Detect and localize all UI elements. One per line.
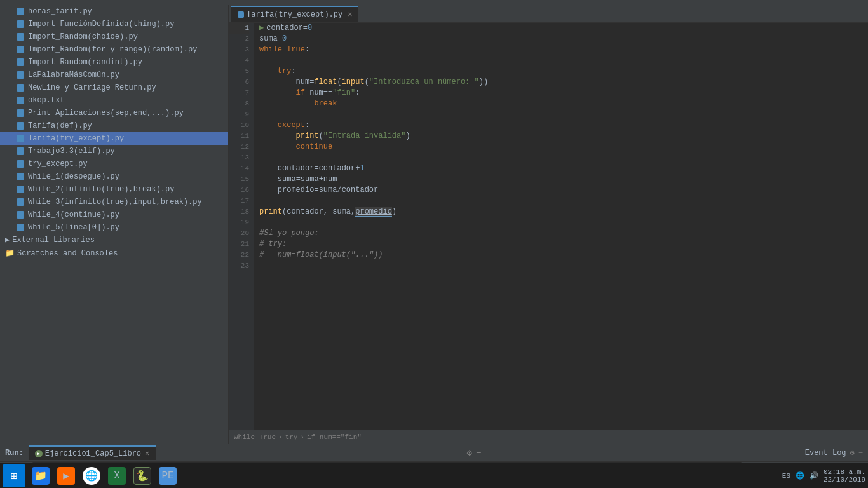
run-tab-item[interactable]: ▶ Ejercicio1_Cap5_Libro ✕ (29, 445, 156, 460)
code-line: try: (259, 66, 863, 77)
excel-icon: X (108, 467, 126, 485)
filename: try_except.py (28, 159, 88, 168)
taskbar-time: 02:18 a.m. 22/10/2019 (824, 468, 865, 484)
sidebar-file-item[interactable]: Import_Random(randint).py (0, 56, 228, 69)
sidebar-file-item[interactable]: While_4(continue).py (0, 208, 228, 221)
line-number: 16 (229, 185, 249, 196)
py-icon (15, 6, 25, 17)
sidebar-file-item[interactable]: Import_Random(choice).py (0, 30, 228, 43)
taskbar-pe[interactable]: PE (156, 464, 179, 487)
line-number: 3 (229, 44, 249, 55)
sidebar-file-item[interactable]: While_3(infinito(true),input,break).py (0, 196, 228, 208)
taskbar-chrome[interactable]: 🌐 (80, 464, 103, 487)
line-number: 6 (229, 77, 249, 88)
sidebar-external-libraries[interactable]: ▶ External Libraries (0, 234, 228, 246)
py-file-icon (238, 11, 244, 18)
py-icon (15, 57, 25, 67)
media-icon: ▶ (57, 467, 75, 485)
sidebar-file-item[interactable]: While_1(despegue).py (0, 170, 228, 183)
filename: While_5(linea[0]).py (28, 223, 119, 232)
filename: LaPalabraMásComún.py (28, 71, 119, 79)
code-line: # num=float(input("...")) (259, 250, 863, 261)
code-line (259, 109, 863, 120)
line-number: 11 (229, 131, 249, 142)
filename: While_1(despegue).py (28, 172, 119, 181)
code-line: contador=contador+1 (259, 163, 863, 174)
run-tab-icon: ▶ (35, 450, 43, 458)
filename: horas_tarif.py (28, 7, 92, 16)
sidebar-file-item[interactable]: Tarifa(def).py (0, 119, 228, 132)
filename: Print_Aplicaciones(sep,end,...).py (28, 109, 184, 118)
py-icon (15, 172, 25, 182)
start-button[interactable]: ⊞ (3, 464, 25, 487)
editor-area: Tarifa(try_except).py ✕ 1234567891011121… (229, 5, 868, 444)
line-number: 22 (229, 250, 249, 261)
line-number: 5 (229, 66, 249, 77)
code-line: print("Entrada invalida") (259, 131, 863, 142)
line-number: 10 (229, 120, 249, 131)
filename: okop.txt (28, 96, 65, 105)
sidebar-file-item[interactable]: horas_tarif.py (0, 5, 228, 18)
code-line: # try: (259, 239, 863, 250)
settings-icon[interactable]: ⚙ (467, 447, 472, 458)
close-tab-icon[interactable]: ✕ (348, 10, 352, 19)
sidebar-file-item[interactable]: LaPalabraMásComún.py (0, 69, 228, 81)
sidebar-item-label: External Libraries (12, 236, 95, 245)
filename: Import_Random(choice).py (28, 32, 138, 41)
code-line (259, 261, 863, 271)
sidebar-file-item[interactable]: While_5(linea[0]).py (0, 221, 228, 234)
taskbar-media[interactable]: ▶ (55, 464, 78, 487)
filename: Import_Random(randint).py (28, 58, 142, 67)
sidebar-file-item[interactable]: Print_Aplicaciones(sep,end,...).py (0, 107, 228, 119)
sidebar-file-item[interactable]: Import_Random(for y range)(random).py (0, 43, 228, 56)
sidebar-file-item[interactable]: try_except.py (0, 158, 228, 170)
editor-content[interactable]: ▶contador=0suma=0while True: try: num=fl… (254, 23, 868, 430)
taskbar-right: ES 🌐 🔊 02:18 a.m. 22/10/2019 (782, 468, 865, 484)
sidebar-file-item[interactable]: okop.txt (0, 94, 228, 107)
line-numbers: 1234567891011121314151617181920212223 (229, 23, 254, 430)
run-panel-actions: ⚙ − (467, 447, 482, 458)
run-tab-filename: Ejercicio1_Cap5_Libro (45, 449, 141, 458)
py-icon (15, 197, 25, 207)
taskbar-explorer[interactable]: 📁 (29, 464, 52, 487)
py-icon (15, 95, 25, 105)
sidebar-scratches-consoles[interactable]: 📁 Scratches and Consoles (0, 246, 228, 261)
editor-tab-label: Tarifa(try_except).py (247, 10, 342, 19)
line-number: 17 (229, 196, 249, 207)
code-line: suma=0 (259, 34, 863, 44)
taskbar-pycharm[interactable]: 🐍 (131, 464, 154, 487)
sidebar-file-item[interactable]: NewLine y Carriage Return.py (0, 81, 228, 94)
sidebar-file-item[interactable]: Trabajo3.3(elif).py (0, 145, 228, 158)
sidebar-file-item[interactable]: Import_FunciónDefinida(thing).py (0, 18, 228, 30)
execution-arrow: ▶ (259, 24, 264, 32)
sidebar-file-list: horas_tarif.pyImport_FunciónDefinida(thi… (0, 5, 228, 234)
close-run-tab-icon[interactable]: ✕ (145, 449, 149, 458)
run-panel-top: Run: ▶ Ejercicio1_Cap5_Libro ✕ ⚙ − Event… (0, 444, 868, 462)
sidebar-file-item[interactable]: Tarifa(try_except).py (0, 132, 228, 145)
event-log-minimize-icon[interactable]: − (858, 449, 863, 458)
minimize-icon[interactable]: − (476, 448, 481, 458)
breadcrumb-part2: try (285, 433, 298, 441)
filename: Import_FunciónDefinida(thing).py (28, 20, 174, 29)
editor-tab-active[interactable]: Tarifa(try_except).py ✕ (231, 6, 358, 22)
top-bar (0, 0, 868, 5)
chrome-icon: 🌐 (83, 467, 100, 485)
py-icon (15, 146, 25, 156)
line-number: 13 (229, 152, 249, 163)
line-number: 20 (229, 228, 249, 239)
network-icon: 🌐 (796, 471, 804, 480)
pycharm-icon: 🐍 (133, 467, 151, 485)
code-line (259, 196, 863, 207)
code-line: print(contador, suma,promedio) (259, 207, 863, 217)
py-icon (15, 210, 25, 220)
sidebar-file-item[interactable]: While_2(infinito(true),break).py (0, 183, 228, 196)
code-line: #Si yo pongo: (259, 228, 863, 239)
code-line (259, 55, 863, 66)
py-icon (15, 44, 25, 55)
code-line (259, 217, 863, 228)
event-log-settings-icon[interactable]: ⚙ (850, 448, 855, 458)
filename: Tarifa(try_except).py (28, 134, 124, 143)
line-number: 15 (229, 174, 249, 185)
taskbar-excel[interactable]: X (105, 464, 128, 487)
event-log-label: Event Log (805, 449, 846, 458)
